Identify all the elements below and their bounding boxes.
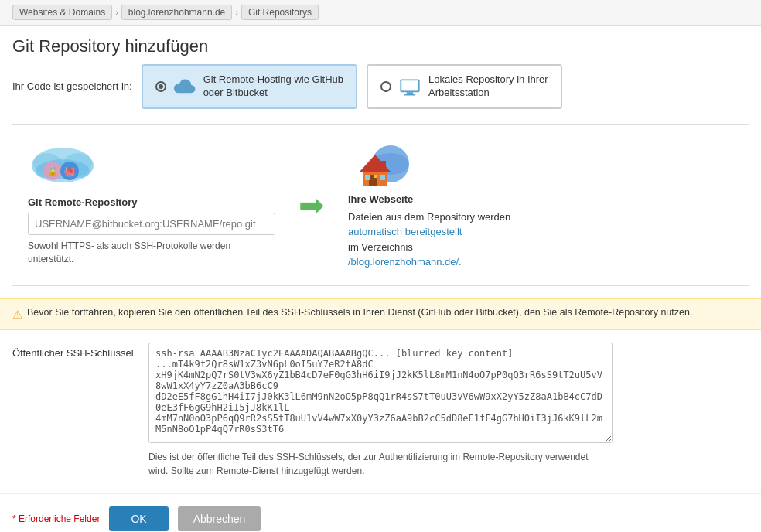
page-title: Git Repository hinzufügen — [0, 26, 761, 64]
house-illustration-svg — [348, 141, 410, 187]
illus-left-label: Git Remote-Repository — [28, 196, 138, 208]
svg-rect-18 — [381, 161, 386, 169]
illus-right: Ihre Webseite Dateien aus dem Repository… — [348, 141, 549, 270]
breadcrumb-sep-1: › — [115, 8, 118, 17]
option-remote-label: Git Remote-Hosting wie GitHuboder Bitbuc… — [203, 73, 343, 100]
svg-rect-19 — [365, 175, 370, 180]
option-remote[interactable]: Git Remote-Hosting wie GitHuboder Bitbuc… — [142, 64, 357, 109]
illus-link-directory[interactable]: /blog.lorenzhohmann.de/. — [348, 256, 462, 268]
warning-text: Bevor Sie fortfahren, kopieren Sie den ö… — [27, 307, 692, 318]
illus-hint: Sowohl HTTPS- als auch SSH-Protokolle we… — [28, 240, 275, 266]
option-local[interactable]: Lokales Repository in IhrerArbeitsstatio… — [367, 64, 562, 109]
svg-rect-20 — [380, 175, 385, 180]
svg-rect-2 — [407, 92, 413, 94]
cancel-button[interactable]: Abbrechen — [178, 506, 261, 531]
illus-right-text-before: Dateien aus dem Repository werden — [348, 211, 510, 223]
ssh-textarea[interactable]: ssh-rsa AAAAB3NzaC1yc2EAAAADAQABAAABgQC.… — [148, 343, 613, 443]
radio-local — [380, 81, 391, 92]
ssh-label: Öffentlicher SSH-Schlüssel — [12, 343, 136, 359]
right-arrow-icon: ➡ — [299, 189, 325, 220]
ok-button[interactable]: OK — [109, 506, 168, 531]
svg-text:🐙: 🐙 — [63, 165, 77, 178]
breadcrumb-item-1[interactable]: Websites & Domains — [12, 5, 112, 20]
monitor-icon — [398, 77, 422, 96]
cloud-icon — [172, 77, 197, 96]
radio-remote — [155, 81, 166, 92]
code-location-label: Ihr Code ist gespeichert in: — [12, 80, 132, 92]
svg-rect-1 — [401, 80, 418, 90]
ssh-right: ssh-rsa AAAAB3NzaC1yc2EAAAADAQABAAABgQC.… — [148, 343, 749, 478]
illustration-section: 🔒 🐙 Git Remote-Repository Sowohl HTTPS- … — [12, 125, 749, 285]
illus-link-auto-deploy[interactable]: automatisch bereitgestellt — [348, 226, 462, 237]
required-note: * Erforderliche Felder — [12, 513, 100, 524]
cloud-illustration-svg: 🔒 🐙 — [28, 144, 97, 186]
warning-bar: ⚠ Bevor Sie fortfahren, kopieren Sie den… — [0, 298, 761, 330]
breadcrumb-sep-2: › — [235, 8, 238, 17]
svg-rect-17 — [374, 175, 377, 178]
warning-icon: ⚠ — [12, 308, 22, 322]
svg-text:🔒: 🔒 — [47, 165, 59, 176]
ssh-section: Öffentlicher SSH-Schlüssel ssh-rsa AAAAB… — [0, 343, 761, 478]
breadcrumb: Websites & Domains › blog.lorenzhohmann.… — [0, 0, 761, 26]
illus-right-label: Ihre Webseite — [348, 193, 413, 205]
section-divider-2 — [12, 285, 749, 286]
repo-url-input[interactable] — [28, 213, 275, 235]
option-local-label: Lokales Repository in IhrerArbeitsstatio… — [428, 73, 548, 100]
arrow-section: ➡ — [275, 189, 348, 220]
illus-left: 🔒 🐙 Git Remote-Repository Sowohl HTTPS- … — [28, 144, 275, 266]
code-location-row: Ihr Code ist gespeichert in: Git Remote-… — [12, 64, 749, 109]
footer-row: * Erforderliche Felder OK Abbrechen — [0, 493, 761, 532]
illus-right-text: Dateien aus dem Repository werden automa… — [348, 210, 510, 270]
breadcrumb-item-3[interactable]: Git Repositorys — [241, 5, 319, 20]
house-illustration — [348, 141, 410, 187]
svg-rect-3 — [404, 94, 415, 95]
breadcrumb-item-2[interactable]: blog.lorenzhohmann.de — [121, 5, 232, 20]
ssh-hint: Dies ist der öffentliche Teil des SSH-Sc… — [148, 450, 597, 478]
git-cloud-illustration: 🔒 🐙 — [28, 144, 97, 190]
illus-right-text-middle: im Verzeichnis — [348, 241, 413, 253]
